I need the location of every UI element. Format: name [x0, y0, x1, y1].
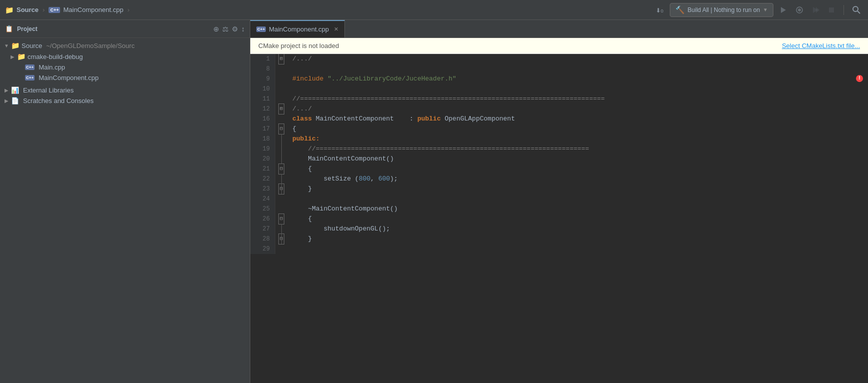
gutter-16 [275, 114, 287, 124]
brace-open-21: { [292, 164, 312, 174]
fold-text-1: /.../ [292, 54, 316, 64]
fold-text-12: /.../ [292, 104, 316, 114]
fold-12[interactable]: ⊞ [275, 104, 287, 114]
tree-label-ext: External Libraries [23, 86, 74, 94]
code-line-29 [292, 244, 868, 254]
code-line-23: } [292, 184, 868, 194]
fold-line-26 [281, 224, 282, 244]
ln-28: 28 [255, 234, 270, 244]
cmake-banner-link[interactable]: Select CMakeLists.txt file... [782, 42, 860, 50]
paren-close: ); [390, 174, 398, 184]
tree-item-main-cpp[interactable]: C++ Main.cpp [0, 62, 250, 72]
cmake-banner: CMake project is not loaded Select CMake… [250, 38, 868, 54]
ln-19: 19 [255, 144, 270, 154]
code-area: 1 8 9 10 11 12 16 17 18 19 20 21 22 23 2… [250, 54, 868, 254]
toolbar: 📁 Source › C++ MainComponent.cpp › ⬇ 01 … [0, 0, 868, 20]
svg-text:⬇: ⬇ [656, 7, 661, 14]
sidebar-collapse-icon[interactable]: ↕ [241, 25, 245, 33]
breadcrumb: 📁 Source › C++ MainComponent.cpp › [5, 6, 131, 14]
ln-24: 24 [255, 194, 270, 204]
fold-21[interactable]: ⊟ [275, 164, 287, 174]
ln-20: 20 [255, 154, 270, 164]
tree-label-maincomp: MainComponent.cpp [39, 74, 99, 82]
shutdown-fn: shutdownOpenGL(); [292, 224, 390, 234]
fold-line-17 [281, 134, 282, 164]
fold-1[interactable]: ⊞ [275, 54, 287, 64]
tab-maincomponent[interactable]: C++ MainComponent.cpp ✕ [250, 20, 345, 38]
gutter-29 [275, 244, 287, 254]
tree-item-external-libs[interactable]: ▶ 📊 External Libraries [0, 85, 250, 96]
fold-17[interactable]: ⊟ [275, 124, 287, 134]
folder-icon-root: 📁 [11, 42, 20, 50]
svg-marker-2 [781, 7, 786, 13]
tree-label-main: Main.cpp [39, 64, 65, 71]
sidebar-header-icons: ⊕ ⚖ ⚙ ↕ [213, 25, 245, 33]
comma: , [370, 174, 378, 184]
ln-18: 18 [255, 134, 270, 144]
code-line-11: //======================================… [292, 94, 868, 104]
download-button[interactable]: ⬇ 01 [653, 4, 666, 16]
editor-area: C++ MainComponent.cpp ✕ CMake project is… [250, 20, 868, 383]
code-line-21: { [292, 164, 868, 174]
fold-26[interactable]: ⊟ [275, 214, 287, 224]
settings-button[interactable] [793, 4, 805, 16]
sidebar-filter-icon[interactable]: ⚖ [222, 25, 229, 33]
sidebar-add-icon[interactable]: ⊕ [213, 25, 219, 33]
code-line-22: setSize ( 800 , 600 ); [292, 174, 868, 184]
tree-item-cmake-build[interactable]: ▶ 📁 cmake-build-debug [0, 51, 250, 62]
separator-11: //======================================… [292, 94, 605, 104]
stop-button[interactable] [825, 4, 837, 16]
cmake-banner-text: CMake project is not loaded [258, 42, 782, 50]
forward-button[interactable] [809, 4, 821, 16]
setsize-fn: setSize ( [292, 174, 359, 184]
class-kw: class [292, 114, 316, 124]
error-badge: ! [856, 75, 863, 82]
sidebar-settings-icon[interactable]: ⚙ [232, 25, 238, 33]
tab-close-button[interactable]: ✕ [334, 26, 338, 32]
ln-9: 9 [255, 74, 270, 84]
code-line-12: /.../ [292, 104, 868, 114]
editor-content[interactable]: 1 8 9 10 11 12 16 17 18 19 20 21 22 23 2… [250, 54, 868, 383]
code-line-17: { [292, 124, 868, 134]
brace-close-28: } [292, 234, 312, 244]
code-lines[interactable]: /.../ #include "../JuceLibraryCode/JuceH… [287, 54, 868, 254]
sidebar-tree: ▼ 📁 Source ~/OpenGLDemoSample/Sourc ▶ 📁 … [0, 38, 250, 383]
tree-item-scratches[interactable]: ▶ 📄 Scratches and Consoles [0, 96, 250, 106]
ln-8: 8 [255, 64, 270, 74]
public-kw: public: [292, 134, 320, 144]
code-line-18: public: [292, 134, 868, 144]
build-all-button[interactable]: 🔨 Build All | Nothing to run on ▼ [670, 3, 773, 17]
code-line-8 [292, 64, 868, 74]
project-icon: 📋 [5, 25, 13, 32]
ln-11: 11 [255, 94, 270, 104]
ln-26: 26 [255, 214, 270, 224]
code-line-9: #include "../JuceLibraryCode/JuceHeader.… [292, 74, 868, 84]
ln-22: 22 [255, 174, 270, 184]
include-kw: #include [292, 74, 327, 84]
ln-25: 25 [255, 204, 270, 214]
play-button[interactable] [777, 4, 789, 16]
breadcrumb-source: Source [17, 6, 39, 14]
svg-marker-6 [816, 7, 819, 13]
brace-open-17: { [292, 124, 296, 134]
tree-item-maincomponent-cpp[interactable]: C++ MainComponent.cpp [0, 72, 250, 83]
include-path: "../JuceLibraryCode/JuceHeader.h" [327, 74, 456, 84]
build-dropdown-arrow: ▼ [763, 7, 768, 12]
cpp-badge-toolbar: C++ [49, 7, 60, 13]
code-line-28: } [292, 234, 868, 244]
tree-arrow-cmake: ▶ [10, 54, 15, 60]
gutter-25 [275, 204, 287, 214]
tree-item-source-root[interactable]: ▼ 📁 Source ~/OpenGLDemoSample/Sourc [0, 40, 250, 51]
colon-sep: : [409, 114, 417, 124]
editor-tabs: C++ MainComponent.cpp ✕ [250, 20, 868, 38]
ln-12: 12 [255, 104, 270, 114]
code-line-16: class MainContentComponent : public Open… [292, 114, 868, 124]
code-line-27: shutdownOpenGL(); [292, 224, 868, 234]
tree-arrow-scratch: ▶ [4, 98, 9, 104]
code-line-20: MainContentComponent() [292, 154, 868, 164]
class-name: MainContentComponent [316, 114, 409, 124]
gutter-8 [275, 64, 287, 74]
tree-label-source: Source [22, 42, 42, 50]
tab-label: MainComponent.cpp [269, 26, 329, 33]
search-button[interactable] [850, 4, 863, 16]
